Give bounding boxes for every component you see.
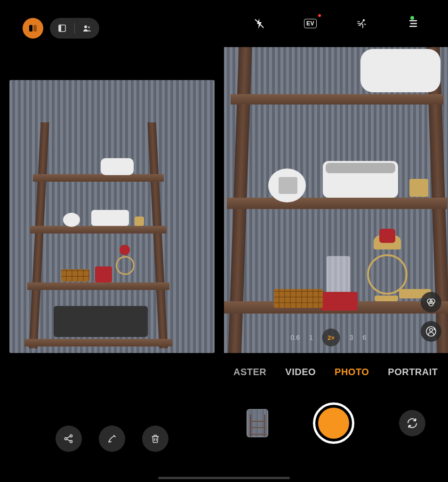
zoom-level-0[interactable]: 0.6 xyxy=(290,334,299,341)
zoom-selector[interactable]: 0.6 1 2× 3 6 xyxy=(290,329,366,346)
filters-button[interactable] xyxy=(421,292,441,313)
review-pane xyxy=(0,0,224,482)
person-icon xyxy=(81,23,93,34)
gallery-thumbnail[interactable] xyxy=(247,409,268,437)
ai-portrait-button[interactable] xyxy=(421,321,441,342)
svg-rect-3 xyxy=(59,25,61,32)
shutter-button[interactable] xyxy=(313,402,354,444)
shutter-inner xyxy=(318,408,349,439)
svg-rect-0 xyxy=(29,25,32,32)
zoom-level-3[interactable]: 3 xyxy=(350,334,353,341)
mode-master[interactable]: ASTER xyxy=(233,367,266,378)
flash-off-icon xyxy=(254,17,265,30)
menu-icon xyxy=(408,19,418,28)
svg-point-17 xyxy=(430,329,432,331)
svg-point-10 xyxy=(362,19,364,21)
edit-button[interactable] xyxy=(99,426,125,452)
shutter-row xyxy=(224,402,448,444)
ai-portrait-icon xyxy=(425,326,437,337)
camera-viewfinder[interactable]: 0.6 1 2× 3 6 xyxy=(224,47,448,353)
mode-video[interactable]: VIDEO xyxy=(285,367,316,378)
zoom-level-2[interactable]: 2× xyxy=(322,329,340,346)
review-image[interactable] xyxy=(9,80,215,353)
zoom-level-1[interactable]: 1 xyxy=(309,334,313,341)
camera-mode-selector[interactable]: ASTER VIDEO PHOTO PORTRAIT M xyxy=(224,358,448,386)
share-button[interactable] xyxy=(56,426,82,452)
ev-indicator-dot xyxy=(318,14,321,17)
trash-icon xyxy=(150,434,160,444)
camera-menu-button[interactable] xyxy=(405,15,422,32)
svg-point-5 xyxy=(88,26,90,28)
camera-pane: EV xyxy=(224,0,448,482)
split-view-toggle[interactable] xyxy=(23,18,43,39)
edit-icon xyxy=(106,433,118,444)
ev-icon: EV xyxy=(304,19,317,28)
switch-camera-icon xyxy=(406,417,418,429)
camera-top-toolbar: EV xyxy=(224,0,448,47)
split-view-icon xyxy=(28,24,38,33)
rectangle-icon xyxy=(56,23,68,34)
home-indicator[interactable] xyxy=(158,477,290,479)
svg-point-4 xyxy=(84,25,87,28)
review-mode-pill[interactable] xyxy=(50,18,99,39)
mode-portrait[interactable]: PORTRAIT xyxy=(388,367,438,378)
divider xyxy=(74,23,75,33)
motion-icon xyxy=(355,18,368,29)
svg-rect-1 xyxy=(33,25,37,32)
motion-toggle[interactable] xyxy=(353,15,370,32)
exposure-button[interactable]: EV xyxy=(302,15,319,32)
filters-icon xyxy=(425,297,437,308)
review-bottom-toolbar xyxy=(0,388,224,482)
share-icon xyxy=(63,433,74,444)
flash-toggle[interactable] xyxy=(251,15,268,32)
delete-button[interactable] xyxy=(142,426,168,452)
review-top-toolbar xyxy=(0,0,224,56)
mode-photo[interactable]: PHOTO xyxy=(335,367,369,378)
switch-camera-button[interactable] xyxy=(399,410,425,436)
zoom-level-4[interactable]: 6 xyxy=(363,334,367,341)
